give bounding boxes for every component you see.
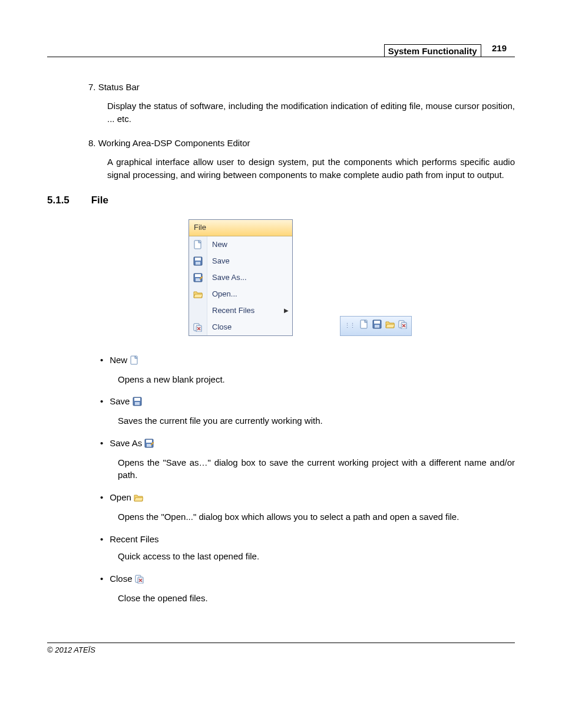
bullet-desc: Quick access to the last opened file. xyxy=(118,550,515,563)
file-menu: File NewSaveSave As...Open...Recent File… xyxy=(189,219,293,336)
bullet-save-as: • Save As xyxy=(100,437,515,452)
save-icon xyxy=(372,319,382,329)
save-icon xyxy=(133,397,142,406)
bullet-desc: Opens a new blank project. xyxy=(118,373,515,386)
menu-item-new[interactable]: New xyxy=(189,236,292,253)
open-icon xyxy=(385,319,395,329)
bullet-open: • Open xyxy=(100,491,515,506)
new-icon xyxy=(130,355,139,365)
menu-item-recent-files[interactable]: Recent Files▶ xyxy=(189,302,292,319)
toolbar-new-button[interactable] xyxy=(359,319,369,332)
toolbar-save-button[interactable] xyxy=(372,319,382,332)
footer: © 2012 ATEÏS xyxy=(47,643,515,654)
close-icon xyxy=(135,574,144,584)
bullet-desc: Opens the "Save as…" dialog box to save … xyxy=(118,456,515,482)
toolbar-close-button[interactable] xyxy=(398,319,408,332)
new-icon xyxy=(193,240,203,249)
bullet-new: • New xyxy=(100,354,515,368)
save-icon xyxy=(193,256,203,266)
bullet-desc: Opens the "Open..." dialog box which all… xyxy=(118,510,515,523)
toolbar-grip-icon[interactable]: ⋮⋮ xyxy=(344,321,355,331)
open-icon xyxy=(134,493,143,502)
toolbar-open-button[interactable] xyxy=(385,319,395,332)
menu-item-save[interactable]: Save xyxy=(189,253,292,269)
header-title: System Functionality xyxy=(384,44,481,57)
file-menu-head[interactable]: File xyxy=(189,220,292,236)
open-icon xyxy=(193,289,203,299)
content: 7. Status Bar Display the status of soft… xyxy=(47,81,515,605)
figures: File NewSaveSave As...Open...Recent File… xyxy=(189,219,515,336)
list-item-8-body: A graphical interface allow user to desi… xyxy=(88,156,515,182)
close-icon xyxy=(193,322,203,332)
page-number: 219 xyxy=(484,42,515,54)
page: System Functionality 219 7. Status Bar D… xyxy=(0,0,562,678)
bullet-desc: Saves the current file you are currently… xyxy=(118,414,515,427)
bullet-save: • Save xyxy=(100,395,515,410)
saveas-icon xyxy=(193,273,203,282)
bullet-desc: Close the opened files. xyxy=(118,592,515,605)
new-icon xyxy=(359,319,369,329)
section-heading: 5.1.5 File xyxy=(47,193,515,208)
menu-item-close[interactable]: Close xyxy=(189,319,292,335)
saveas-icon xyxy=(144,439,154,448)
bullet-list: • New Opens a new blank project.• Save S… xyxy=(88,354,515,605)
close-icon xyxy=(398,319,408,329)
list-item-7: 7. Status Bar xyxy=(88,81,515,94)
menu-item-open-[interactable]: Open... xyxy=(189,286,292,302)
page-header: System Functionality 219 xyxy=(47,41,515,57)
list-item-8: 8. Working Area-DSP Components Editor xyxy=(88,137,515,150)
submenu-arrow-icon: ▶ xyxy=(284,307,292,315)
toolbar: ⋮⋮ xyxy=(340,316,412,336)
list-item-7-body: Display the status of software, includin… xyxy=(88,100,515,126)
bullet-close: • Close xyxy=(100,572,515,587)
menu-item-save-as-[interactable]: Save As... xyxy=(189,269,292,286)
bullet-recent-files: • Recent Files xyxy=(100,533,515,546)
